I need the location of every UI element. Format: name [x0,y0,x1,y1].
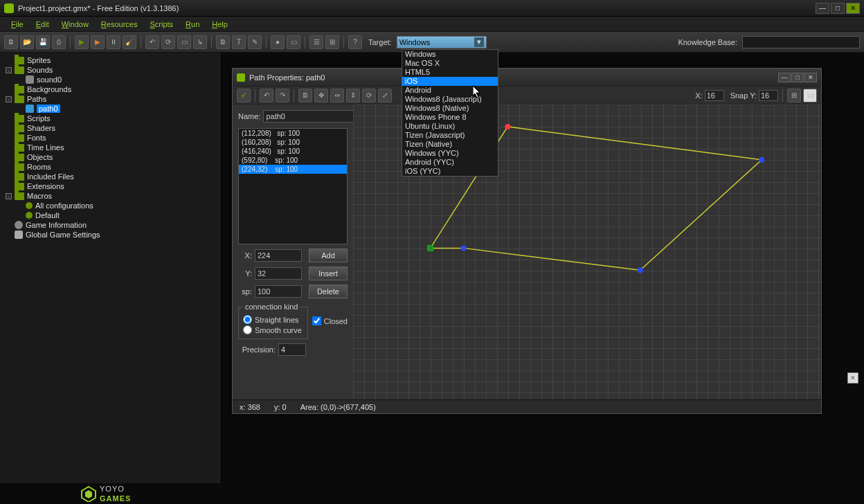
path-clear-button[interactable]: 🗎 [298,89,312,102]
list-item[interactable]: (224,32) sp: 100 [239,165,347,174]
dropdown-option[interactable]: Windows8 (Native) [402,104,498,113]
menu-scripts[interactable]: Scripts [144,19,179,30]
path-scale-button[interactable]: ⤢ [378,89,392,102]
precision-input[interactable] [278,343,306,356]
list-item[interactable]: (112,208) sp: 100 [239,129,347,138]
tree-item[interactable]: -Macros [0,191,221,201]
y-input[interactable] [255,267,302,280]
snapy-input[interactable] [759,90,778,101]
menu-window[interactable]: Window [56,19,94,30]
tree-item[interactable]: Rooms [0,162,221,172]
sp-input[interactable] [255,285,302,298]
knowledge-base-input[interactable] [742,36,860,48]
smooth-curve-radio[interactable] [243,325,252,334]
menu-edit[interactable]: Edit [30,19,55,30]
tree-item[interactable]: Default [0,210,221,220]
tb-branch-button[interactable]: ↳ [193,35,207,49]
path-win-max-button[interactable]: □ [791,73,804,82]
tb-doc-button[interactable]: 🗎 [216,35,230,49]
path-flip-button[interactable]: ⇕ [346,89,360,102]
open-button[interactable]: 📂 [20,35,34,49]
close-button[interactable]: ✕ [846,3,860,14]
clean-button[interactable]: 🧹 [123,35,136,49]
minimize-button[interactable]: — [816,3,829,14]
dropdown-option[interactable]: iOS [402,77,498,86]
debug-button[interactable]: ▶ [91,35,105,49]
x-input[interactable] [255,249,302,262]
dropdown-option[interactable]: Mac OS X [402,59,498,68]
dropdown-option[interactable]: Android (YYC) [402,158,498,167]
dropdown-option[interactable]: Android [402,86,498,95]
closed-checkbox[interactable] [312,316,321,325]
path-mirror-button[interactable]: ⇔ [330,89,344,102]
maximize-button[interactable]: □ [831,3,845,14]
menu-run[interactable]: Run [180,19,205,30]
insert-button[interactable]: Insert [309,267,348,280]
path-win-min-button[interactable]: — [778,73,791,82]
export-button[interactable]: ⎙ [52,35,66,49]
points-list[interactable]: (112,208) sp: 100(160,208) sp: 100(416,2… [238,128,348,244]
new-button[interactable]: 🗎 [4,35,18,49]
tree-item[interactable]: Shaders [0,123,221,133]
panel-close-button[interactable]: ✕ [847,372,858,384]
tb-window-button[interactable]: ▭ [177,35,191,49]
tree-item[interactable]: -Sounds [0,65,221,75]
menu-file[interactable]: File [6,19,29,30]
help-button[interactable]: ? [348,35,362,49]
tree-item[interactable]: Backgrounds [0,84,221,94]
tree-item[interactable]: Objects [0,152,221,162]
tree-item[interactable]: Scripts [0,114,221,123]
path-move-button[interactable]: ✥ [314,89,328,102]
tree-item[interactable]: Sprites [0,55,221,65]
tree-item[interactable]: All configurations [0,201,221,210]
menu-help[interactable]: Help [206,19,233,30]
tree-item[interactable]: Global Game Settings [0,230,221,240]
path-name-input[interactable] [263,110,364,123]
tree-item[interactable]: path0 [0,104,221,114]
list-item[interactable]: (416,240) sp: 100 [239,147,347,156]
dropdown-option[interactable]: Tizen (Javascript) [402,131,498,140]
path-win-close-button[interactable]: ✕ [804,73,817,82]
tb-edit-button[interactable]: ✎ [248,35,262,49]
tb-back-button[interactable]: ↶ [145,35,159,49]
tree-item[interactable]: Included Files [0,172,221,181]
path-rotate-button[interactable]: ⟳ [362,89,376,102]
tree-item[interactable]: Time Lines [0,143,221,152]
path-redo-button[interactable]: ↷ [276,89,289,102]
grid-toggle-button[interactable]: ⊞ [787,89,801,102]
menu-resources[interactable]: Resources [96,19,143,30]
tree-item[interactable]: -Paths [0,94,221,104]
stop-button[interactable]: ⏸ [107,35,120,49]
dropdown-option[interactable]: HTML5 [402,68,498,77]
tb-globe-button[interactable]: ● [271,35,285,49]
dropdown-option[interactable]: Windows8 (Javascript) [402,95,498,104]
target-dropdown[interactable]: Windows ▾ [397,36,487,48]
dropdown-option[interactable]: Tizen (Native) [402,140,498,149]
run-button[interactable]: ▶ [75,35,89,49]
snapx-input[interactable] [705,90,724,101]
dropdown-option[interactable]: Windows Phone 8 [402,113,498,122]
tree-item[interactable]: Fonts [0,133,221,143]
tb-reload-button[interactable]: ⟳ [161,35,175,49]
resource-tree[interactable]: Sprites-Soundssound0Backgrounds-Pathspat… [0,53,222,483]
list-item[interactable]: (160,208) sp: 100 [239,138,347,147]
tree-item[interactable]: sound0 [0,75,221,84]
path-undo-button[interactable]: ↶ [260,89,273,102]
dropdown-option[interactable]: Windows [402,50,498,59]
tb-text-button[interactable]: T [232,35,246,49]
delete-button[interactable]: Delete [309,285,348,298]
path-ok-button[interactable]: ✔ [237,89,251,102]
tb-rect-button[interactable]: ▭ [287,35,300,49]
dropdown-option[interactable]: iOS (YYC) [402,167,498,176]
dropdown-option[interactable]: Windows (YYC) [402,149,498,158]
list-item[interactable]: (592,80) sp: 100 [239,156,347,165]
tb-grid-button[interactable]: ⊞ [325,35,339,49]
straight-lines-radio[interactable] [243,315,252,324]
tree-item[interactable]: Game Information [0,220,221,230]
room-bg-button[interactable]: ▭ [803,89,817,102]
dropdown-option[interactable]: Ubuntu (Linux) [402,122,498,131]
save-button[interactable]: 💾 [36,35,50,49]
add-button[interactable]: Add [309,249,348,262]
tb-list-button[interactable]: ☰ [309,35,323,49]
tree-item[interactable]: Extensions [0,181,221,191]
